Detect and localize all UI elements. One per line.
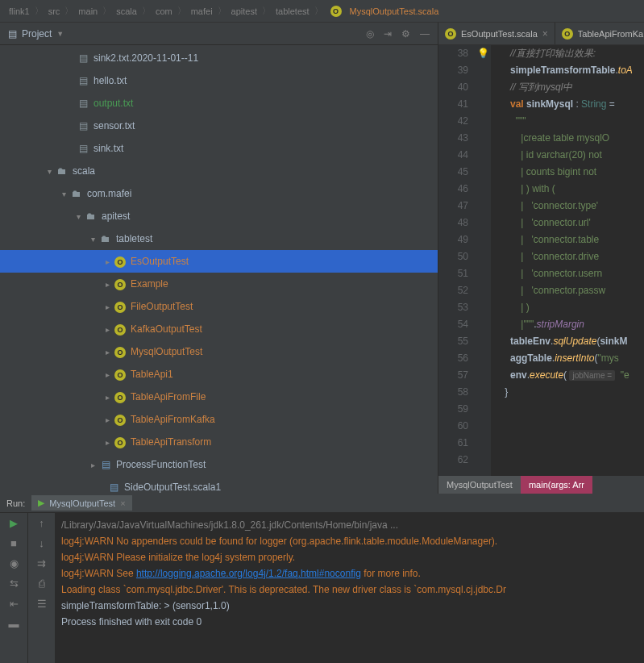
tree-item-icon: ▤ [76, 143, 90, 154]
tree-arrow[interactable]: ▸ [102, 280, 113, 289]
crumb-method[interactable]: main(args: Arr [521, 476, 592, 494]
tree-item[interactable]: ▸OFileOutputTest [0, 295, 438, 318]
tree-item[interactable]: ▤output.txt [0, 92, 438, 115]
trash-icon[interactable]: ▬ [9, 618, 19, 630]
tree-arrow[interactable]: ▸ [102, 348, 113, 357]
code-area[interactable]: 3839404142434445464748495051525354555657… [438, 45, 644, 476]
breadcrumb-sep: 〉 [142, 5, 151, 17]
breadcrumb-item[interactable]: main [78, 6, 98, 16]
minimize-icon[interactable]: — [420, 28, 430, 40]
tree-item[interactable]: ▤sink2.txt.2020-11-01--11 [0, 47, 438, 69]
tree-arrow[interactable]: ▸ [87, 461, 98, 469]
editor-panel: OEsOutputTest.scala×OTableApiFromKa 3839… [438, 23, 644, 494]
breadcrumb-item[interactable]: flink1 [9, 6, 30, 16]
tree-item-label: tabletest [116, 233, 152, 244]
breadcrumb-item[interactable]: scala [116, 6, 137, 16]
exit-icon[interactable]: ⇤ [10, 598, 19, 610]
tree-item-icon: ▤ [76, 120, 90, 131]
tree-item[interactable]: ▸▤ProcessFunctionTest [0, 453, 438, 476]
tree-item[interactable]: ▸OEsOutputTest [0, 250, 438, 273]
tree-item-label: TableApiTransform [131, 436, 211, 448]
up-icon[interactable]: ↑ [39, 517, 44, 529]
tree-item[interactable]: ▾🖿com.mafei [0, 182, 438, 205]
tree-item[interactable]: ▸OTableApi1 [0, 363, 438, 386]
tree-arrow[interactable]: ▾ [73, 212, 84, 221]
tree-item[interactable]: ▤sensor.txt [0, 115, 438, 137]
tree-item-label: ProcessFunctionTest [116, 459, 206, 470]
breadcrumb-sep: 〉 [177, 5, 186, 17]
run-label: Run: [6, 498, 25, 508]
project-icon: ▤ [8, 28, 17, 40]
tree-arrow[interactable]: ▸ [102, 370, 113, 379]
close-icon[interactable]: × [120, 498, 125, 508]
file-icon: O [445, 28, 456, 40]
tree-item[interactable]: ▸OMysqlOutputTest [0, 340, 438, 363]
tree-item[interactable]: ▤SideOutputTest.scala1 [0, 476, 438, 494]
tree-item-label: FileOutputTest [131, 301, 193, 312]
tree-item[interactable]: ▾🖿scala [0, 160, 438, 182]
breadcrumb-item[interactable]: apitest [231, 6, 257, 16]
layout-icon[interactable]: ⇆ [10, 578, 19, 590]
run-header: Run: ▶ MysqlOutputTest × [0, 494, 644, 513]
console-output[interactable]: /Library/Java/JavaVirtualMachines/jdk1.8… [55, 494, 644, 663]
bulb-icon[interactable]: 💡 [477, 48, 489, 59]
tree-item-icon: 🖿 [55, 165, 69, 177]
breadcrumb-item[interactable]: mafei [191, 6, 213, 16]
tree-arrow[interactable]: ▾ [58, 190, 69, 198]
editor-tab[interactable]: OTableApiFromKa [555, 23, 644, 44]
wrap-icon[interactable]: ⇉ [37, 557, 46, 569]
tree-item[interactable]: ▤hello.txt [0, 69, 438, 92]
dropdown-icon: ▼ [56, 30, 64, 38]
tree-item[interactable]: ▸OTableApiFromFile [0, 386, 438, 408]
project-title[interactable]: ▤ Project ▼ [8, 28, 366, 40]
breadcrumb-item[interactable]: src [48, 6, 60, 16]
breadcrumb-item[interactable]: tabletest [276, 6, 310, 16]
tree-item-label: apitest [102, 211, 130, 222]
tree-item-icon: O [113, 414, 127, 426]
filter-icon[interactable]: ☰ [37, 598, 47, 610]
collapse-icon[interactable]: ⇥ [384, 28, 392, 40]
breadcrumbs: flink1〉src〉main〉scala〉com〉mafei〉apitest〉… [0, 0, 644, 23]
tree-item[interactable]: ▸OKafkaOutputTest [0, 318, 438, 340]
breadcrumb-item[interactable]: MysqlOutputTest.scala [350, 6, 439, 16]
run-tab[interactable]: ▶ MysqlOutputTest × [31, 495, 131, 511]
code-content[interactable]: //直接打印输出效果: simpleTramsformTable.toA // … [491, 45, 644, 476]
tree-item[interactable]: ▾🖿apitest [0, 205, 438, 227]
run-panel: ▶ ■ ◉ ⇆ ⇤ ▬ ↑ ↓ ⇉ ⎙ ☰ /Library/Java/Java… [0, 494, 644, 663]
print-icon[interactable]: ⎙ [39, 578, 45, 590]
camera-icon[interactable]: ◉ [10, 557, 19, 569]
crumb-class[interactable]: MysqlOutputTest [438, 476, 521, 494]
tree-arrow[interactable]: ▸ [102, 393, 113, 402]
project-tree[interactable]: ▤sink2.txt.2020-11-01--11▤hello.txt▤outp… [0, 45, 438, 494]
tree-item-icon: ▤ [98, 459, 113, 470]
close-icon[interactable]: × [542, 28, 548, 40]
tree-item-label: SideOutputTest.scala1 [124, 482, 221, 493]
tab-label: TableApiFromKa [578, 29, 643, 39]
down-icon[interactable]: ↓ [39, 537, 44, 549]
tree-item[interactable]: ▤sink.txt [0, 137, 438, 160]
editor-breadcrumb: MysqlOutputTest main(args: Arr [438, 476, 644, 494]
gear-icon[interactable]: ⚙ [401, 28, 410, 40]
tree-arrow[interactable]: ▸ [102, 325, 113, 334]
tree-item-label: TableApiFromKafka [131, 414, 215, 425]
tree-arrow[interactable]: ▸ [102, 257, 113, 266]
breadcrumb-sep: 〉 [102, 5, 111, 17]
tree-arrow[interactable]: ▸ [102, 438, 113, 447]
breadcrumb-sep: 〉 [262, 5, 271, 17]
tree-item-icon: O [113, 256, 127, 268]
tree-arrow[interactable]: ▾ [87, 235, 98, 244]
tree-item[interactable]: ▸OTableApiTransform [0, 431, 438, 453]
tree-arrow[interactable]: ▸ [102, 415, 113, 424]
tree-item[interactable]: ▸OTableApiFromKafka [0, 408, 438, 431]
tree-arrow[interactable]: ▾ [44, 167, 55, 176]
file-icon: O [562, 28, 573, 40]
editor-tab[interactable]: OEsOutputTest.scala× [438, 23, 555, 44]
target-icon[interactable]: ◎ [366, 28, 374, 40]
tree-item[interactable]: ▸OExample [0, 273, 438, 295]
breadcrumb-item[interactable]: com [156, 6, 172, 16]
tree-arrow[interactable]: ▸ [102, 302, 113, 311]
rerun-icon[interactable]: ▶ [10, 517, 18, 529]
tree-item[interactable]: ▾🖿tabletest [0, 227, 438, 250]
breadcrumb-sep: 〉 [35, 5, 44, 17]
stop-icon[interactable]: ■ [10, 537, 17, 549]
